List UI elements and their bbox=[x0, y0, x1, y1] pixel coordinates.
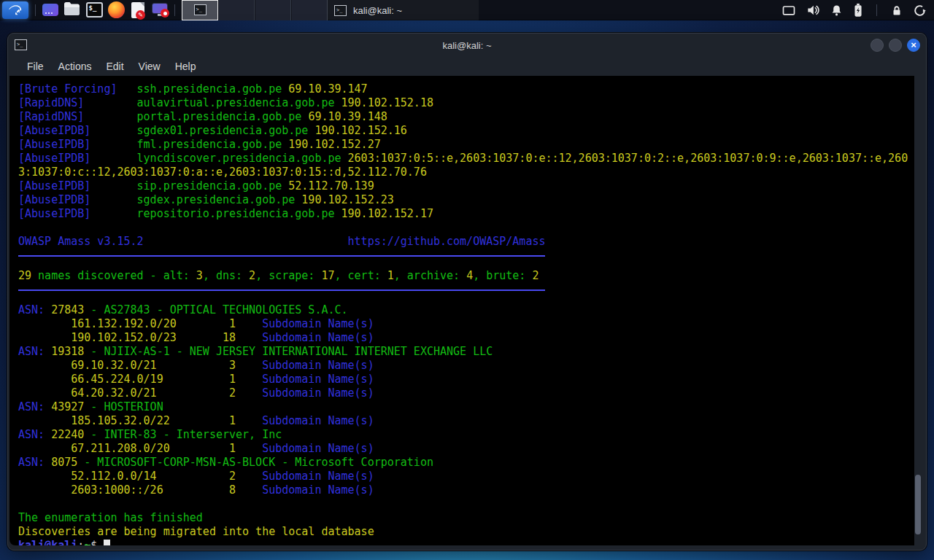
netblock-row: 64.20.32.0/21 2 Subdomain Name(s) bbox=[18, 386, 914, 400]
discovery-row: [AbuseIPDB] sgdex.presidencia.gob.pe 190… bbox=[18, 193, 914, 207]
terminal-row bbox=[18, 255, 914, 269]
screen-icon bbox=[152, 3, 168, 14]
discovery-row: [AbuseIPDB] fml.presidencia.gob.pe 190.1… bbox=[18, 138, 914, 152]
terminal-screen[interactable]: [Brute Forcing] ssh.presidencia.gob.pe 6… bbox=[9, 76, 914, 545]
netblock-row: 52.112.0.0/14 2 Subdomain Name(s) bbox=[18, 470, 914, 483]
mini-terminal-icon: >_ bbox=[194, 4, 207, 15]
asn-row: ASN: 43927 - HOSTERION bbox=[18, 400, 914, 414]
asn-row: ASN: 8075 - MICROSOFT-CORP-MSN-AS-BLOCK … bbox=[18, 456, 914, 470]
kali-menu-button[interactable] bbox=[2, 1, 28, 19]
workspace-2[interactable] bbox=[218, 0, 255, 20]
netblock-row: 190.102.152.0/23 18 Subdomain Name(s) bbox=[18, 331, 914, 345]
asn-row: ASN: 19318 - NJIIX-AS-1 - NEW JERSEY INT… bbox=[18, 345, 914, 359]
menu-help[interactable]: Help bbox=[168, 61, 204, 72]
workspace-4[interactable] bbox=[291, 0, 328, 20]
scrollbar bbox=[913, 76, 925, 545]
terminal-icon: >_ bbox=[334, 5, 347, 16]
minimize-button[interactable] bbox=[871, 39, 884, 52]
terminal-row: 29 names discovered - alt: 3, dns: 2, sc… bbox=[18, 269, 914, 283]
firefox-icon bbox=[108, 1, 125, 18]
scrollbar-thumb[interactable] bbox=[915, 475, 921, 534]
netblock-row: 66.45.224.0/19 1 Subdomain Name(s) bbox=[18, 373, 914, 386]
asn-row: ASN: 27843 - AS27843 - OPTICAL TECHNOLOG… bbox=[18, 303, 914, 317]
power-icon[interactable] bbox=[913, 4, 927, 18]
titlebar[interactable]: >_ kali@kali: ~ × bbox=[8, 34, 926, 57]
discovery-row: [AbuseIPDB] sip.presidencia.gob.pe 52.11… bbox=[18, 179, 914, 193]
pencil-badge-icon: ✎ bbox=[136, 10, 145, 20]
close-button[interactable]: × bbox=[907, 39, 920, 52]
amass-banner-row: OWASP Amass v3.15.2 https://github.com/O… bbox=[18, 235, 914, 249]
terminal-launcher[interactable]: $_ bbox=[83, 1, 105, 20]
terminal-row bbox=[18, 289, 914, 303]
lock-icon[interactable] bbox=[890, 4, 903, 18]
document-icon: ✎ bbox=[131, 2, 144, 18]
window-title: kali@kali: ~ bbox=[8, 40, 926, 51]
window-icon bbox=[42, 4, 58, 16]
netblock-row: 161.132.192.0/20 1 Subdomain Name(s) bbox=[18, 317, 914, 331]
desktop-launcher[interactable] bbox=[39, 1, 61, 20]
panel-separator bbox=[876, 4, 877, 16]
terminal-icon: >_ bbox=[15, 39, 27, 50]
terminal-row: The enumeration has finished bbox=[18, 511, 914, 525]
menu-edit[interactable]: Edit bbox=[99, 61, 131, 72]
terminal-window: >_ kali@kali: ~ × File Actions Edit View… bbox=[7, 33, 927, 551]
system-tray bbox=[781, 0, 934, 20]
panel-separator bbox=[35, 4, 36, 16]
terminal-row bbox=[18, 221, 914, 235]
panel-separator bbox=[174, 4, 175, 16]
netblock-row: 67.211.208.0/20 1 Subdomain Name(s) bbox=[18, 442, 914, 456]
desktop: $_ ✎ >_ bbox=[0, 0, 934, 560]
screen-recorder-launcher[interactable] bbox=[149, 1, 171, 20]
discovery-row: [Brute Forcing] ssh.presidencia.gob.pe 6… bbox=[18, 82, 914, 96]
terminal-row bbox=[18, 497, 914, 511]
amass-github-url: https://github.com/OWASP/Amass bbox=[348, 235, 546, 248]
prompt-row: kali@kali:~$ bbox=[18, 539, 914, 545]
menu-view[interactable]: View bbox=[131, 61, 168, 72]
volume-icon[interactable] bbox=[806, 4, 820, 17]
netblock-row: 69.10.32.0/21 3 Subdomain Name(s) bbox=[18, 359, 914, 373]
workspace-switcher: >_ bbox=[182, 0, 328, 20]
separator-line bbox=[18, 289, 545, 291]
discovery-row: [RapidDNS] aulavirtual.presidencia.gob.p… bbox=[18, 96, 914, 110]
discovery-row: [AbuseIPDB] lyncdiscover.presidencia.gob… bbox=[18, 152, 914, 166]
workspace-1[interactable]: >_ bbox=[182, 0, 218, 20]
menu-file[interactable]: File bbox=[20, 61, 51, 72]
battery-icon[interactable] bbox=[853, 3, 863, 18]
workspace-3[interactable] bbox=[255, 0, 291, 20]
netblock-row: 2603:1000::/26 8 Subdomain Name(s) bbox=[18, 483, 914, 497]
folder-icon bbox=[63, 1, 81, 19]
record-badge-icon bbox=[161, 9, 169, 18]
separator-line bbox=[18, 255, 545, 257]
menu-actions[interactable]: Actions bbox=[51, 61, 99, 72]
discovery-row: [RapidDNS] portal.presidencia.gob.pe 69.… bbox=[18, 110, 914, 124]
bell-icon[interactable] bbox=[830, 4, 844, 18]
asn-row: ASN: 22240 - INTER-83 - Interserver, Inc bbox=[18, 428, 914, 442]
menubar: File Actions Edit View Help bbox=[8, 57, 926, 76]
terminal-cursor bbox=[104, 540, 110, 545]
taskbar-window-title: kali@kali: ~ bbox=[353, 5, 402, 16]
display-icon[interactable] bbox=[781, 4, 796, 17]
file-manager-launcher[interactable] bbox=[61, 1, 83, 20]
terminal-icon: $_ bbox=[86, 2, 103, 18]
kali-dragon-icon bbox=[7, 1, 23, 20]
discovery-row-continuation: 3:1037:0:c::12,2603:1037:0:a::e,2603:103… bbox=[18, 166, 914, 179]
top-panel: $_ ✎ >_ bbox=[0, 0, 934, 20]
taskbar-window-button[interactable]: >_ kali@kali: ~ bbox=[327, 0, 479, 20]
netblock-row: 185.105.32.0/22 1 Subdomain Name(s) bbox=[18, 414, 914, 428]
terminal-row: Discoveries are being migrated into the … bbox=[18, 525, 914, 539]
maximize-button[interactable] bbox=[889, 39, 902, 52]
text-editor-launcher[interactable]: ✎ bbox=[127, 1, 149, 20]
firefox-launcher[interactable] bbox=[105, 1, 127, 20]
discovery-row: [AbuseIPDB] sgdex01.presidencia.gob.pe 1… bbox=[18, 124, 914, 138]
discovery-row: [AbuseIPDB] repositorio.presidencia.gob.… bbox=[18, 207, 914, 221]
